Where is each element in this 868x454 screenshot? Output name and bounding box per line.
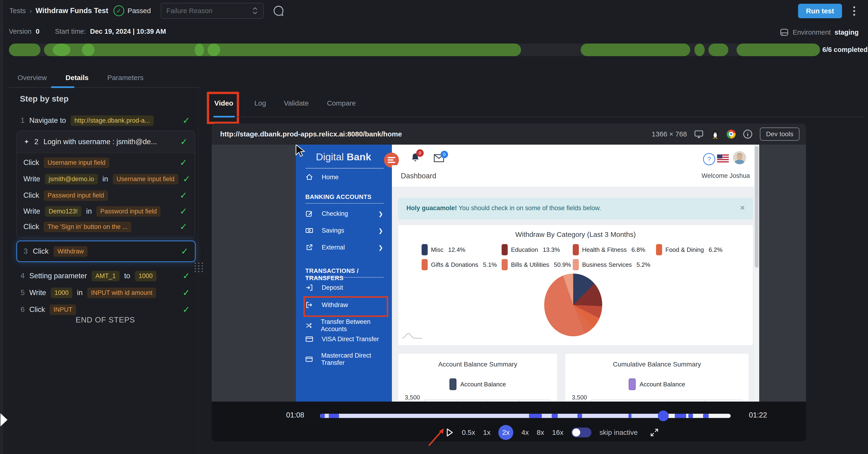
bank-bell-icon: 0 xyxy=(410,152,421,163)
timeline-track[interactable] xyxy=(320,414,731,418)
test-progress-bar[interactable] xyxy=(9,43,820,56)
legend-value: 12.4% xyxy=(448,246,465,253)
step-row-2-sub-2[interactable]: Write jsmith@demo.io in Username input f… xyxy=(19,171,191,187)
step-number: 3 xyxy=(24,247,28,255)
legend-label: Gifts & Donations xyxy=(431,261,478,268)
meta-row: Version 0 Start time: Dec 19, 2024 | 10:… xyxy=(9,28,166,35)
step-target-badge: INPUT with id amount xyxy=(87,287,156,298)
step-number: 6 xyxy=(21,305,25,314)
tab-parameters[interactable]: Parameters xyxy=(107,74,144,82)
timeline-playhead[interactable] xyxy=(658,411,669,421)
kebab-menu-icon[interactable] xyxy=(851,4,858,18)
video-surface[interactable]: Digital Bank Home BANKING ACCOUNTS Check… xyxy=(212,145,806,401)
tab-video[interactable]: Video xyxy=(214,99,233,107)
progress-segment xyxy=(737,43,820,56)
tab-details[interactable]: Details xyxy=(65,74,88,82)
bank-nav-label: Checking xyxy=(322,210,348,217)
progress-light-dot xyxy=(53,43,70,56)
passed-check-icon: ✓ xyxy=(114,5,124,16)
completed-count: 6/6 completed xyxy=(823,46,868,54)
chevron-right-icon: ❯ xyxy=(378,228,383,234)
legend-item: Education13.3% xyxy=(502,244,573,255)
legend-swatch xyxy=(573,244,579,255)
check-icon: ✓ xyxy=(183,287,190,298)
start-time-value: Dec 19, 2024 | 10:39 AM xyxy=(90,28,166,35)
bank-scrollbar[interactable] xyxy=(754,145,759,401)
panel-resize-handle[interactable] xyxy=(195,263,204,272)
chevron-right-icon: ❯ xyxy=(378,244,383,251)
legend-label: Misc xyxy=(431,246,443,253)
legend-value: 6.2% xyxy=(709,246,722,253)
check-icon: ✓ xyxy=(180,206,187,216)
step-row-2-sub-4[interactable]: Write Demo123! in Password input field ✓ xyxy=(19,204,191,219)
step-action: Setting parameter xyxy=(29,272,87,280)
monitor-icon[interactable] xyxy=(694,129,704,139)
speed-16x[interactable]: 16x xyxy=(552,428,563,436)
step-row-5[interactable]: 5 Write 1000 in INPUT with id amount ✓ xyxy=(17,285,194,301)
comment-bubble-icon[interactable] xyxy=(273,5,285,17)
legend-swatch xyxy=(573,259,579,270)
annotation-box-withdraw xyxy=(304,296,388,317)
check-icon: ✓ xyxy=(180,157,187,168)
progress-segment xyxy=(44,43,521,56)
help-icon: ? xyxy=(703,153,715,165)
main-tabs: Overview Details Parameters xyxy=(18,70,144,85)
run-test-button[interactable]: Run test xyxy=(798,4,842,18)
step-row-6[interactable]: 6 Click INPUT ✓ xyxy=(17,302,194,317)
step-row-2-sub-5[interactable]: Click The 'Sign in' button on the ... ✓ xyxy=(19,219,191,235)
legend-value: 5.1% xyxy=(483,261,497,268)
step-value-badge: jsmith@demo.io xyxy=(45,174,98,184)
legend-value: 50.9% xyxy=(554,261,571,268)
bank-scrollbar-thumb[interactable] xyxy=(755,146,758,268)
tab-log[interactable]: Log xyxy=(254,99,266,107)
step-number: 5 xyxy=(21,289,25,297)
speed-2x-active[interactable]: 2x xyxy=(498,425,513,440)
tab-validate[interactable]: Validate xyxy=(284,99,309,107)
check-icon: ✓ xyxy=(181,246,188,256)
dev-tools-button[interactable]: Dev tools xyxy=(760,127,800,141)
video-url-bar: http://stage.dbank.prod-apps.relicx.ai:8… xyxy=(212,124,806,145)
step-value-badge: 1000 xyxy=(135,271,157,281)
speed-4x[interactable]: 4x xyxy=(521,428,529,436)
step-row-2-sub-1[interactable]: Click Username input field ✓ xyxy=(19,155,191,170)
time-current: 01:08 xyxy=(286,411,304,419)
failure-reason-placeholder: Failure Reason xyxy=(166,7,212,15)
speed-1x[interactable]: 1x xyxy=(483,428,491,436)
us-flag-icon xyxy=(717,154,729,162)
step-number: 4 xyxy=(21,272,25,280)
y-axis-tick: 3,500 xyxy=(572,394,587,401)
tab-overview[interactable]: Overview xyxy=(18,74,47,82)
withdraw-category-card: Withdraw By Category (Last 3 Months) Mis… xyxy=(398,225,753,345)
step-value-badge: http://stage.dbank.prod-a... xyxy=(71,115,154,126)
progress-segment xyxy=(9,43,40,56)
left-edge-strip xyxy=(0,0,3,454)
legend-swatch xyxy=(629,379,636,390)
speed-8x[interactable]: 8x xyxy=(537,428,544,436)
step-row-1[interactable]: 1 Navigate to http://stage.dbank.prod-a.… xyxy=(17,113,194,128)
sparkline-icon xyxy=(401,331,423,340)
step-row-2-header[interactable]: ✦ 2 Login with username : jsmith@de... ✓ xyxy=(17,131,195,153)
step-row-2-sub-3[interactable]: Click Password input field ✓ xyxy=(19,188,191,203)
tab-compare[interactable]: Compare xyxy=(327,99,355,107)
failure-reason-select[interactable]: Failure Reason xyxy=(161,3,264,19)
bank-page-title: Dashboard xyxy=(401,172,436,180)
timeline-event-marker xyxy=(578,414,582,418)
bank-content-area: Holy guacamole! You should check in on s… xyxy=(392,187,759,401)
check-icon: ✓ xyxy=(180,222,187,232)
step-row-3-selected[interactable]: 3 Click Withdraw ✓ xyxy=(17,241,195,262)
environment-label: Environment xyxy=(793,29,831,36)
annotation-arrow xyxy=(427,424,451,448)
environment-drive-icon xyxy=(780,28,789,37)
bank-sidebar: Digital Bank Home BANKING ACCOUNTS Check… xyxy=(296,145,392,401)
fullscreen-icon[interactable] xyxy=(649,428,659,437)
info-icon[interactable] xyxy=(743,129,753,139)
speed-0-5x[interactable]: 0.5x xyxy=(462,428,475,436)
breadcrumb-root[interactable]: Tests xyxy=(9,7,26,15)
bank-mail-icon: 0 xyxy=(434,154,444,162)
recorded-cursor-icon xyxy=(294,145,306,158)
steps-panel-title: Step by step xyxy=(20,94,68,103)
skip-inactive-toggle[interactable] xyxy=(571,428,591,437)
step-row-4[interactable]: 4 Setting parameter AMT_1 to 1000 ✓ xyxy=(17,268,194,284)
panel-expander-arrow[interactable] xyxy=(0,413,7,426)
legend-label: Education xyxy=(511,246,538,253)
